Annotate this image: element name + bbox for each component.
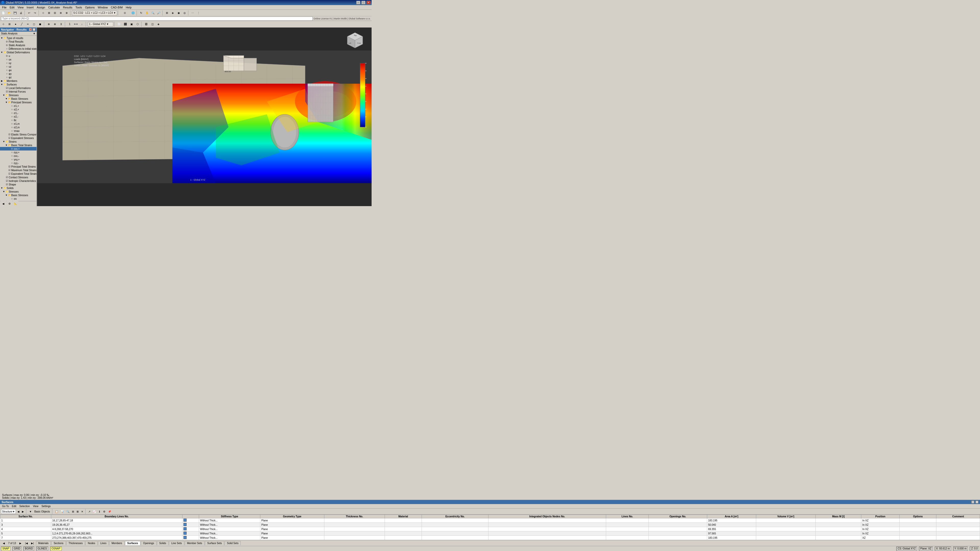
menu-view[interactable]: View (16, 6, 25, 9)
nav-item-sigma1m2[interactable]: ○ σ1,m (0, 122, 37, 125)
nav-item-shape[interactable]: ☑ Shape (0, 183, 37, 186)
tb2-solid[interactable]: ◼ (37, 21, 43, 27)
nav-item-elastic-stress[interactable]: ☑ Elastic Stress Components (0, 133, 37, 136)
tb-btn3[interactable]: ⊞ (46, 10, 52, 16)
maximize-button[interactable]: □ (361, 1, 366, 4)
nav-item-sigma2m[interactable]: ○ σ2,- (0, 115, 37, 118)
nav-item-px[interactable]: ○ φx (0, 68, 37, 72)
nav-item-solids[interactable]: ▼ 📁 Solids (0, 186, 37, 190)
tb-select[interactable]: ⊹ (40, 10, 46, 16)
menu-tools[interactable]: Tools (74, 6, 83, 9)
tb2-front[interactable]: ⬜ (116, 21, 122, 27)
tb-xyz[interactable]: ⊙ (120, 10, 130, 16)
menu-file[interactable]: File (0, 6, 8, 9)
tb2-deselect[interactable]: ⊗ (52, 21, 58, 27)
tb2-surface[interactable]: ◻ (31, 21, 37, 27)
tb-undo[interactable]: ↩ (26, 10, 32, 16)
nav-item-exx-m[interactable]: ○ εxx,- (0, 154, 37, 158)
tb-print[interactable]: 🖨 (18, 10, 24, 16)
nav-item-basic-stresses[interactable]: ▼ 📂 Basic Stresses (0, 97, 37, 100)
nav-close-button[interactable]: ✕ (32, 28, 35, 31)
tb2-top[interactable]: ▣ (129, 21, 134, 27)
menu-results[interactable]: Results (62, 6, 74, 9)
tb-more2[interactable]: ⋮ (196, 10, 201, 16)
menu-help[interactable]: Help (124, 6, 133, 9)
nav-item-gxy-p[interactable]: ○ γxy,+ (0, 158, 37, 161)
tb-view-global[interactable]: 🌐 (130, 10, 136, 16)
tb2-snap[interactable]: ⊹ (0, 21, 6, 27)
nav-item-stresses[interactable]: ▼ 📁 Stresses (0, 94, 37, 97)
menu-window[interactable]: Window (96, 6, 109, 9)
menu-insert[interactable]: Insert (25, 6, 35, 9)
nav-item-contact-stresses[interactable]: ☑ Contact Stresses (0, 176, 37, 179)
tb-new[interactable]: 📄 (0, 10, 6, 16)
nav-item-max-total-strains[interactable]: ☑ Maximum Total Strains (0, 168, 37, 172)
nav-item-solids-basic-stresses[interactable]: ▼ 📂 Basic Stresses (0, 193, 37, 197)
search-input[interactable] (1, 17, 313, 21)
menu-edit[interactable]: Edit (8, 6, 16, 9)
nav-item-u[interactable]: ⊙ u (0, 54, 37, 58)
nav-item-principal-stresses[interactable]: ▼ 📂 Principal Stresses (0, 100, 37, 104)
nav-item-members[interactable]: ▶ 📁 Members (0, 79, 37, 83)
nav-settings-button[interactable]: ⚙ (6, 201, 12, 206)
tb-zoom-out[interactable]: 🔎 (156, 10, 162, 16)
nav-item-theta[interactable]: ○ θc (0, 118, 37, 122)
nav-item-global-deformations[interactable]: ▼ 📁 Global Deformations (0, 51, 37, 54)
nav-item-taumax[interactable]: ○ τmax (0, 129, 37, 133)
tb-mesh[interactable]: ⊞ (164, 10, 170, 16)
tb2-node[interactable]: ● (13, 21, 18, 27)
nav-item-final-results[interactable]: ⊙ Final Results (0, 40, 37, 43)
menu-assign[interactable]: Assign (35, 6, 47, 9)
nav-item-uz[interactable]: ○ uz (0, 65, 37, 68)
tb2-dimension[interactable]: ⟷ (73, 21, 79, 27)
loadcase-dropdown[interactable]: S:C CO2 · LC1 + LC2 + LC3 + LC4 ▼ (72, 11, 117, 15)
nav-item-sigma1p[interactable]: ○ σ1,+ (0, 104, 37, 108)
tb2-3d[interactable]: ⬡ (135, 21, 140, 27)
nav-item-py[interactable]: ○ φy (0, 72, 37, 76)
nav-item-type-of-results[interactable]: ▼ 📁 Type of results (0, 36, 37, 40)
nav-item-surfaces[interactable]: ▼ 📁 Surfaces (0, 83, 37, 86)
nav-item-sigma1m[interactable]: ○ σ1,- (0, 111, 37, 115)
tb-btn6[interactable]: ⊗ (64, 10, 69, 16)
tb2-render-mode[interactable]: 🖼 (143, 21, 149, 27)
tb-btn4[interactable]: ⊟ (52, 10, 58, 16)
nav-item-ux[interactable]: ○ ux (0, 58, 37, 61)
tb2-wire[interactable]: ◫ (150, 21, 155, 27)
menu-cad-bim[interactable]: CAD-BIM (109, 6, 124, 9)
tb-rotate[interactable]: ↻ (138, 10, 144, 16)
tb-pan[interactable]: ✋ (144, 10, 150, 16)
tb-open[interactable]: 📂 (6, 10, 12, 16)
view-cube[interactable]: Top Left Front (346, 32, 364, 49)
nav-item-equiv-stresses[interactable]: ☑ Equivalent Stresses (0, 136, 37, 140)
tb2-solid-mode[interactable]: ◈ (156, 21, 161, 27)
menu-options[interactable]: Options (83, 6, 96, 9)
nav-back-button[interactable]: ◀ (0, 201, 6, 206)
view-dropdown[interactable]: 1 - Global XYZ ▼ (88, 22, 113, 27)
tb-btn5[interactable]: ⊕ (58, 10, 64, 16)
nav-item-sol-sx[interactable]: ○ σx (0, 197, 37, 200)
tb2-member[interactable]: ━ (25, 21, 30, 27)
tb2-show-numbers[interactable]: 1 (67, 21, 73, 27)
tb-contour[interactable]: ◉ (176, 10, 181, 16)
nav-item-internal-forces[interactable]: ☑ Internal Forces (0, 90, 37, 94)
nav-item-diff-initial[interactable]: ○ Differences to initial state (0, 47, 37, 51)
minimize-button[interactable]: ─ (356, 1, 360, 4)
nav-item-strains[interactable]: ▼ 📁 Strains (0, 140, 37, 143)
tb2-select-all[interactable]: ⊕ (46, 21, 52, 27)
nav-item-solids-stresses[interactable]: ▼ 📁 Stresses (0, 190, 37, 193)
nav-item-sigma2p[interactable]: ○ σ2,+ (0, 108, 37, 111)
tb-iso[interactable]: ◎ (182, 10, 187, 16)
tb2-line[interactable]: ╱ (19, 21, 24, 27)
nav-item-eyy-m[interactable]: ○ εyy,- (0, 161, 37, 165)
nav-item-uy[interactable]: ○ uy (0, 61, 37, 65)
tb2-invert[interactable]: ⊻ (58, 21, 64, 27)
nav-item-static-analysis[interactable]: ⊙ Static Analysis (0, 43, 37, 47)
tb-more1[interactable]: ⋯ (190, 10, 196, 16)
tb2-show-loads[interactable]: ↓ (79, 21, 85, 27)
tb2-grid[interactable]: ⊞ (6, 21, 12, 27)
tb-zoom-in[interactable]: 🔍 (150, 10, 156, 16)
tb-redo[interactable]: ↪ (32, 10, 38, 16)
nav-item-isotropic[interactable]: ☑ Isotropic Characteristics (0, 179, 37, 183)
nav-item-sigma2m2[interactable]: ○ σ2,m (0, 125, 37, 129)
nav-item-basic-total-strains[interactable]: ▼ 📂 Basic Total Strains (0, 143, 37, 147)
